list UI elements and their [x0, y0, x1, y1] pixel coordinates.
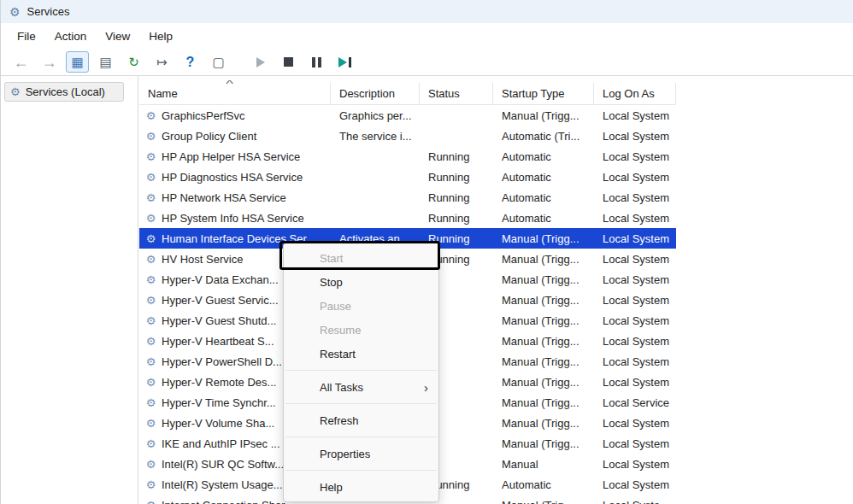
arrow-right-icon: → — [42, 55, 57, 70]
service-startup-type: Automatic — [493, 212, 594, 225]
service-log-on-as: Local System — [594, 150, 676, 163]
service-log-on-as: Local System — [594, 130, 676, 143]
context-menu-item-start[interactable]: Start — [284, 246, 438, 270]
service-gear-icon: ⚙ — [144, 213, 157, 224]
column-header-label: Log On As — [603, 87, 655, 100]
service-log-on-as: Local System — [594, 417, 676, 430]
context-menu-item-label: Properties — [320, 448, 370, 460]
service-row[interactable]: ⚙ HP System Info HSA Service Running Aut… — [139, 208, 676, 228]
refresh-button[interactable]: ↻ — [122, 51, 145, 73]
column-header-name[interactable]: ^ Name — [139, 83, 331, 104]
service-gear-icon: ⚙ — [144, 418, 157, 429]
column-header-startup-type[interactable]: Startup Type — [493, 83, 594, 104]
service-startup-type: Manual (Trigg... — [493, 232, 594, 245]
service-name: Hyper-V Time Synchr... — [162, 396, 276, 409]
context-menu-item-restart[interactable]: Restart — [284, 342, 438, 366]
context-menu-separator — [285, 470, 437, 471]
context-menu-item-all-tasks[interactable]: All Tasks › — [284, 375, 438, 399]
pause-service-button[interactable] — [305, 51, 328, 73]
service-row[interactable]: ⚙ HP Network HSA Service Running Automat… — [139, 187, 676, 208]
start-service-button[interactable] — [249, 51, 272, 73]
service-startup-type: Manual (Trig... — [493, 499, 594, 504]
context-menu-item-stop[interactable]: Stop — [284, 270, 438, 294]
service-log-on-as: Local System — [594, 273, 676, 286]
service-startup-type: Manual (Trigg... — [493, 253, 594, 266]
service-log-on-as: Local System — [594, 335, 676, 348]
service-startup-type: Manual (Trigg... — [493, 273, 594, 286]
column-header-label: Name — [148, 87, 178, 100]
service-status: Running — [420, 171, 493, 184]
service-log-on-as: Local Service — [594, 396, 676, 409]
refresh-icon: ↻ — [128, 56, 139, 68]
service-name: Intel(R) System Usage... — [162, 478, 283, 491]
service-description: Graphics per... — [331, 109, 420, 122]
context-menu-item-label: Stop — [320, 276, 343, 289]
service-gear-icon: ⚙ — [144, 254, 157, 265]
menu-view[interactable]: View — [96, 26, 139, 46]
service-gear-icon: ⚙ — [144, 192, 157, 203]
service-row[interactable]: ⚙ GraphicsPerfSvc Graphics per... Manual… — [139, 105, 676, 126]
service-row[interactable]: ⚙ HP App Helper HSA Service Running Auto… — [139, 146, 676, 167]
properties-icon: ▤ — [99, 56, 111, 68]
forward-button[interactable]: → — [38, 51, 61, 73]
column-header-description[interactable]: Description — [331, 83, 420, 104]
context-menu-separator — [285, 370, 437, 371]
service-name: GraphicsPerfSvc — [162, 109, 245, 122]
service-gear-icon: ⚙ — [144, 336, 157, 347]
service-log-on-as: Local Syste... — [594, 499, 676, 504]
context-menu-item-pause[interactable]: Pause — [284, 294, 438, 318]
service-log-on-as: Local System — [594, 212, 676, 225]
service-log-on-as: Local System — [594, 437, 676, 450]
service-name: IKE and AuthIP IPsec ... — [162, 437, 280, 450]
menu-action[interactable]: Action — [45, 26, 97, 46]
service-name: Group Policy Client — [162, 130, 256, 143]
service-startup-type: Automatic — [493, 191, 594, 204]
sort-ascending-icon: ^ — [226, 79, 233, 89]
service-name: Hyper-V Data Exchan... — [162, 273, 279, 286]
column-header-status[interactable]: Status — [420, 83, 493, 104]
service-log-on-as: Local System — [594, 478, 676, 491]
services-window: ⚙ Services FileActionViewHelp ←→▦▤↻↦?▢ ⚙… — [0, 0, 853, 504]
service-row[interactable]: ⚙ HP Diagnostics HSA Service Running Aut… — [139, 167, 676, 187]
services-list: ^ Name Description Status Startup Type L… — [139, 76, 853, 504]
service-log-on-as: Local System — [594, 294, 676, 307]
menu-help[interactable]: Help — [139, 26, 182, 46]
back-button[interactable]: ← — [9, 51, 32, 73]
service-gear-icon: ⚙ — [144, 315, 157, 326]
service-startup-type: Manual (Trigg... — [493, 396, 594, 409]
sidebar-item-services-local[interactable]: ⚙ Services (Local) — [4, 82, 124, 102]
column-header-log-on-as[interactable]: Log On As — [594, 83, 676, 104]
action-pane-button[interactable]: ▢ — [207, 51, 230, 73]
service-name: HP Network HSA Service — [162, 191, 286, 204]
service-log-on-as: Local System — [594, 232, 676, 245]
menu-file[interactable]: File — [8, 26, 45, 46]
service-log-on-as: Local System — [594, 253, 676, 266]
context-menu-item-label: Help — [320, 481, 343, 494]
show-console-tree-button[interactable]: ▦ — [66, 51, 89, 73]
context-menu-item-refresh[interactable]: Refresh — [284, 408, 438, 432]
context-menu-item-resume[interactable]: Resume — [284, 318, 438, 342]
properties-button[interactable]: ▤ — [94, 51, 117, 73]
service-gear-icon: ⚙ — [144, 233, 157, 244]
context-menu-item-label: Start — [320, 252, 343, 265]
export-list-button[interactable]: ↦ — [150, 51, 174, 73]
service-name: Hyper-V Remote Des... — [162, 376, 276, 389]
service-startup-type: Manual — [493, 458, 594, 471]
service-gear-icon: ⚙ — [144, 459, 157, 470]
service-gear-icon: ⚙ — [144, 172, 157, 183]
context-menu-item-properties[interactable]: Properties — [284, 442, 438, 466]
service-gear-icon: ⚙ — [144, 110, 157, 121]
service-name: HV Host Service — [162, 253, 243, 266]
stop-service-button[interactable] — [277, 51, 300, 73]
column-header-label: Description — [339, 87, 395, 100]
service-name: Intel(R) SUR QC Softw... — [162, 458, 284, 471]
submenu-chevron-icon: › — [424, 381, 428, 394]
service-log-on-as: Local System — [594, 314, 676, 327]
service-name: Hyper-V Volume Sha... — [162, 417, 274, 430]
help-button[interactable]: ? — [179, 51, 202, 73]
restart-service-button[interactable] — [333, 51, 356, 73]
context-menu-item-help[interactable]: Help — [284, 475, 438, 499]
service-row[interactable]: ⚙ Group Policy Client The service i... A… — [139, 126, 676, 146]
service-log-on-as: Local System — [594, 191, 676, 204]
title-bar: ⚙ Services — [1, 0, 853, 23]
